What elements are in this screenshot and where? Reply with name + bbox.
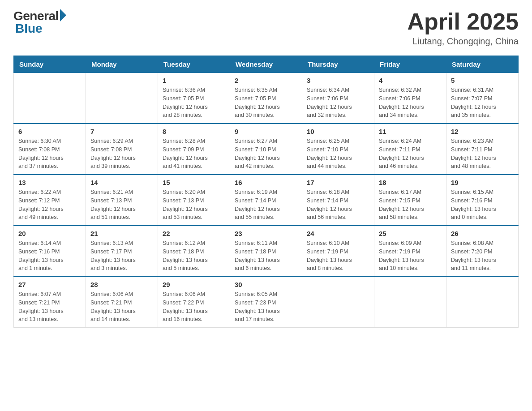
day-info: Sunrise: 6:23 AMSunset: 7:11 PMDaylight:…	[451, 137, 514, 171]
calendar-cell	[86, 73, 158, 124]
day-number: 25	[379, 230, 442, 237]
calendar-cell: 9Sunrise: 6:27 AMSunset: 7:10 PMDaylight…	[230, 124, 302, 175]
calendar-cell: 23Sunrise: 6:11 AMSunset: 7:18 PMDayligh…	[230, 226, 302, 277]
day-info: Sunrise: 6:12 AMSunset: 7:18 PMDaylight:…	[163, 239, 225, 273]
day-info: Sunrise: 6:31 AMSunset: 7:07 PMDaylight:…	[451, 86, 514, 120]
day-number: 24	[307, 230, 369, 237]
logo: General Blue	[13, 9, 66, 36]
day-info: Sunrise: 6:32 AMSunset: 7:06 PMDaylight:…	[379, 86, 442, 120]
calendar-cell: 15Sunrise: 6:20 AMSunset: 7:13 PMDayligh…	[158, 175, 230, 226]
calendar-cell: 25Sunrise: 6:09 AMSunset: 7:19 PMDayligh…	[374, 226, 446, 277]
calendar-cell: 29Sunrise: 6:06 AMSunset: 7:22 PMDayligh…	[158, 277, 230, 328]
day-number: 26	[451, 230, 514, 237]
day-number: 13	[18, 179, 81, 186]
calendar-cell: 10Sunrise: 6:25 AMSunset: 7:10 PMDayligh…	[302, 124, 374, 175]
calendar-cell: 27Sunrise: 6:07 AMSunset: 7:21 PMDayligh…	[14, 277, 86, 328]
day-number: 10	[307, 128, 369, 135]
calendar-week-row: 20Sunrise: 6:14 AMSunset: 7:16 PMDayligh…	[14, 226, 519, 277]
calendar-cell: 17Sunrise: 6:18 AMSunset: 7:14 PMDayligh…	[302, 175, 374, 226]
calendar-cell	[14, 73, 86, 124]
day-info: Sunrise: 6:20 AMSunset: 7:13 PMDaylight:…	[163, 188, 225, 222]
day-info: Sunrise: 6:21 AMSunset: 7:13 PMDaylight:…	[90, 188, 153, 222]
day-number: 22	[163, 230, 225, 237]
weekday-header-sunday: Sunday	[14, 56, 86, 73]
calendar-week-row: 13Sunrise: 6:22 AMSunset: 7:12 PMDayligh…	[14, 175, 519, 226]
weekday-header-tuesday: Tuesday	[158, 56, 230, 73]
calendar-cell: 16Sunrise: 6:19 AMSunset: 7:14 PMDayligh…	[230, 175, 302, 226]
calendar-cell: 5Sunrise: 6:31 AMSunset: 7:07 PMDaylight…	[446, 73, 519, 124]
day-number: 15	[163, 179, 225, 186]
calendar-cell: 30Sunrise: 6:05 AMSunset: 7:23 PMDayligh…	[230, 277, 302, 328]
day-info: Sunrise: 6:07 AMSunset: 7:21 PMDaylight:…	[18, 290, 81, 324]
day-info: Sunrise: 6:34 AMSunset: 7:06 PMDaylight:…	[307, 86, 369, 120]
day-info: Sunrise: 6:18 AMSunset: 7:14 PMDaylight:…	[307, 188, 369, 222]
day-number: 2	[235, 77, 297, 84]
calendar-cell: 3Sunrise: 6:34 AMSunset: 7:06 PMDaylight…	[302, 73, 374, 124]
day-number: 5	[451, 77, 514, 84]
day-info: Sunrise: 6:25 AMSunset: 7:10 PMDaylight:…	[307, 137, 369, 171]
day-info: Sunrise: 6:09 AMSunset: 7:19 PMDaylight:…	[379, 239, 442, 273]
weekday-header-saturday: Saturday	[446, 56, 519, 73]
calendar-cell: 18Sunrise: 6:17 AMSunset: 7:15 PMDayligh…	[374, 175, 446, 226]
calendar-cell	[302, 277, 374, 328]
month-title: April 2025	[407, 9, 519, 34]
calendar-cell: 13Sunrise: 6:22 AMSunset: 7:12 PMDayligh…	[14, 175, 86, 226]
title-section: April 2025 Liutang, Chongqing, China	[407, 9, 519, 47]
calendar-week-row: 1Sunrise: 6:36 AMSunset: 7:05 PMDaylight…	[14, 73, 519, 124]
location-text: Liutang, Chongqing, China	[407, 36, 519, 47]
day-number: 9	[235, 128, 297, 135]
page-header: General Blue April 2025 Liutang, Chongqi…	[13, 9, 519, 47]
day-number: 18	[379, 179, 442, 186]
day-info: Sunrise: 6:19 AMSunset: 7:14 PMDaylight:…	[235, 188, 297, 222]
day-info: Sunrise: 6:29 AMSunset: 7:08 PMDaylight:…	[90, 137, 153, 171]
weekday-header-thursday: Thursday	[302, 56, 374, 73]
calendar-cell: 6Sunrise: 6:30 AMSunset: 7:08 PMDaylight…	[14, 124, 86, 175]
calendar-cell	[374, 277, 446, 328]
day-number: 7	[90, 128, 153, 135]
calendar-cell: 24Sunrise: 6:10 AMSunset: 7:19 PMDayligh…	[302, 226, 374, 277]
day-info: Sunrise: 6:17 AMSunset: 7:15 PMDaylight:…	[379, 188, 442, 222]
calendar-cell: 2Sunrise: 6:35 AMSunset: 7:05 PMDaylight…	[230, 73, 302, 124]
calendar-cell: 28Sunrise: 6:06 AMSunset: 7:21 PMDayligh…	[86, 277, 158, 328]
day-number: 4	[379, 77, 442, 84]
day-info: Sunrise: 6:22 AMSunset: 7:12 PMDaylight:…	[18, 188, 81, 222]
day-number: 11	[379, 128, 442, 135]
day-info: Sunrise: 6:24 AMSunset: 7:11 PMDaylight:…	[379, 137, 442, 171]
day-number: 1	[163, 77, 225, 84]
calendar-cell: 11Sunrise: 6:24 AMSunset: 7:11 PMDayligh…	[374, 124, 446, 175]
calendar-cell: 1Sunrise: 6:36 AMSunset: 7:05 PMDaylight…	[158, 73, 230, 124]
weekday-header-friday: Friday	[374, 56, 446, 73]
calendar-cell: 12Sunrise: 6:23 AMSunset: 7:11 PMDayligh…	[446, 124, 519, 175]
calendar-table: SundayMondayTuesdayWednesdayThursdayFrid…	[13, 56, 519, 328]
calendar-cell: 8Sunrise: 6:28 AMSunset: 7:09 PMDaylight…	[158, 124, 230, 175]
day-info: Sunrise: 6:14 AMSunset: 7:16 PMDaylight:…	[18, 239, 81, 273]
day-number: 21	[90, 230, 153, 237]
day-number: 19	[451, 179, 514, 186]
day-info: Sunrise: 6:13 AMSunset: 7:17 PMDaylight:…	[90, 239, 153, 273]
day-number: 20	[18, 230, 81, 237]
day-info: Sunrise: 6:08 AMSunset: 7:20 PMDaylight:…	[451, 239, 514, 273]
day-number: 30	[235, 281, 297, 288]
day-info: Sunrise: 6:06 AMSunset: 7:21 PMDaylight:…	[90, 290, 153, 324]
logo-arrow-icon	[60, 9, 66, 21]
calendar-cell: 14Sunrise: 6:21 AMSunset: 7:13 PMDayligh…	[86, 175, 158, 226]
day-info: Sunrise: 6:36 AMSunset: 7:05 PMDaylight:…	[163, 86, 225, 120]
weekday-header-wednesday: Wednesday	[230, 56, 302, 73]
calendar-cell: 26Sunrise: 6:08 AMSunset: 7:20 PMDayligh…	[446, 226, 519, 277]
day-info: Sunrise: 6:06 AMSunset: 7:22 PMDaylight:…	[163, 290, 225, 324]
day-number: 29	[163, 281, 225, 288]
calendar-cell: 21Sunrise: 6:13 AMSunset: 7:17 PMDayligh…	[86, 226, 158, 277]
calendar-cell	[446, 277, 519, 328]
day-number: 16	[235, 179, 297, 186]
calendar-cell: 20Sunrise: 6:14 AMSunset: 7:16 PMDayligh…	[14, 226, 86, 277]
day-number: 8	[163, 128, 225, 135]
calendar-cell: 7Sunrise: 6:29 AMSunset: 7:08 PMDaylight…	[86, 124, 158, 175]
calendar-cell: 22Sunrise: 6:12 AMSunset: 7:18 PMDayligh…	[158, 226, 230, 277]
day-info: Sunrise: 6:15 AMSunset: 7:16 PMDaylight:…	[451, 188, 514, 222]
day-info: Sunrise: 6:27 AMSunset: 7:10 PMDaylight:…	[235, 137, 297, 171]
day-number: 17	[307, 179, 369, 186]
weekday-header-monday: Monday	[86, 56, 158, 73]
calendar-week-row: 6Sunrise: 6:30 AMSunset: 7:08 PMDaylight…	[14, 124, 519, 175]
day-number: 3	[307, 77, 369, 84]
calendar-cell: 19Sunrise: 6:15 AMSunset: 7:16 PMDayligh…	[446, 175, 519, 226]
